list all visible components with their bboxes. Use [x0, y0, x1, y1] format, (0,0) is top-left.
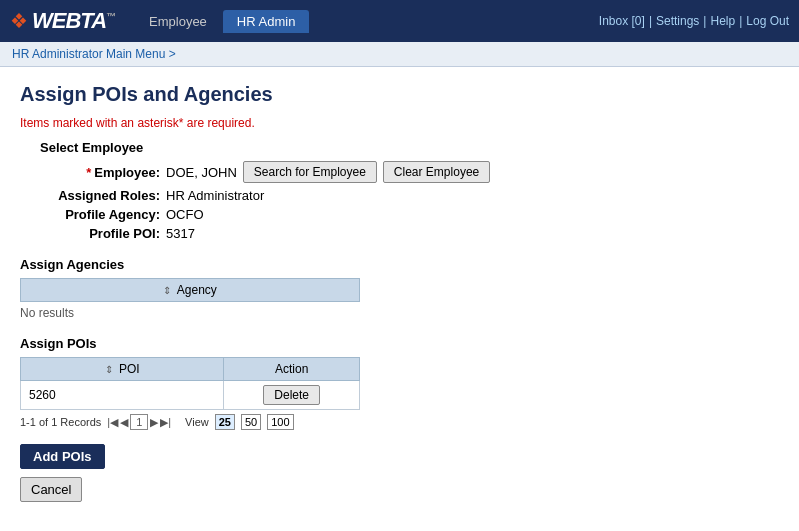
- action-column-header: Action: [224, 358, 360, 381]
- logout-link[interactable]: Log Out: [746, 14, 789, 28]
- breadcrumb-link[interactable]: HR Administrator Main Menu: [12, 47, 165, 61]
- profile-agency-value: OCFO: [166, 207, 204, 222]
- header: ❖ WEBTA™ Employee HR Admin Inbox [0] | S…: [0, 0, 799, 42]
- employee-label-text: Employee:: [94, 165, 160, 180]
- last-page-icon[interactable]: ▶|: [160, 416, 171, 429]
- profile-agency-label: Profile Agency:: [40, 207, 160, 222]
- logo-tm: ™: [106, 11, 115, 22]
- help-link[interactable]: Help: [710, 14, 735, 28]
- pagination-info: 1-1 of 1 Records: [20, 416, 101, 428]
- pipe3: |: [739, 14, 742, 28]
- settings-link[interactable]: Settings: [656, 14, 699, 28]
- logo-text: WEBTA™: [32, 8, 115, 34]
- prev-page-icon[interactable]: ◀: [120, 416, 128, 429]
- breadcrumb: HR Administrator Main Menu >: [0, 42, 799, 67]
- cancel-button[interactable]: Cancel: [20, 477, 82, 502]
- select-employee-section: Select Employee *Employee: DOE, JOHN Sea…: [40, 140, 779, 241]
- view-50[interactable]: 50: [241, 414, 261, 430]
- current-page[interactable]: 1: [130, 414, 148, 430]
- required-note-text: Items marked with an asterisk: [20, 116, 179, 130]
- agencies-no-results: No results: [20, 306, 779, 320]
- pipe2: |: [703, 14, 706, 28]
- required-note: Items marked with an asterisk* are requi…: [20, 116, 779, 130]
- poi-sort-icon: ⇕: [105, 364, 113, 375]
- search-for-employee-button[interactable]: Search for Employee: [243, 161, 377, 183]
- assigned-roles-row: Assigned Roles: HR Administrator: [40, 188, 779, 203]
- pagination-nav: |◀ ◀ 1 ▶ ▶|: [107, 414, 171, 430]
- action-buttons: Add POIs Cancel: [20, 444, 779, 502]
- agencies-table: ⇕ Agency: [20, 278, 360, 302]
- profile-poi-row: Profile POI: 5317: [40, 226, 779, 241]
- select-employee-title: Select Employee: [40, 140, 779, 155]
- profile-poi-value: 5317: [166, 226, 195, 241]
- poi-column-header[interactable]: ⇕ POI: [21, 358, 224, 381]
- poi-col-label: POI: [119, 362, 140, 376]
- pagination-row: 1-1 of 1 Records |◀ ◀ 1 ▶ ▶| View 25 50 …: [20, 414, 779, 430]
- assign-agencies-section: Assign Agencies ⇕ Agency No results: [20, 257, 779, 320]
- logo-area: ❖ WEBTA™ Employee HR Admin: [10, 8, 309, 34]
- nav-hradmin[interactable]: HR Admin: [223, 10, 310, 33]
- assign-agencies-title: Assign Agencies: [20, 257, 779, 272]
- pois-table: ⇕ POI Action 5260 Delete: [20, 357, 360, 410]
- logo-icon: ❖: [10, 9, 28, 33]
- assign-pois-title: Assign POIs: [20, 336, 779, 351]
- assigned-roles-value: HR Administrator: [166, 188, 264, 203]
- employee-required-star: *: [86, 165, 91, 180]
- first-page-icon[interactable]: |◀: [107, 416, 118, 429]
- nav-tabs: Employee HR Admin: [135, 10, 309, 33]
- clear-employee-button[interactable]: Clear Employee: [383, 161, 490, 183]
- main-content: Assign POIs and Agencies Items marked wi…: [0, 67, 799, 518]
- logo-name: WEBTA: [32, 8, 106, 33]
- employee-value: DOE, JOHN: [166, 165, 237, 180]
- assigned-roles-label: Assigned Roles:: [40, 188, 160, 203]
- inbox-link[interactable]: Inbox [0]: [599, 14, 645, 28]
- view-25[interactable]: 25: [215, 414, 235, 430]
- poi-cell: 5260: [21, 381, 224, 410]
- agency-sort-icon: ⇕: [163, 285, 171, 296]
- action-col-label: Action: [275, 362, 308, 376]
- breadcrumb-separator: >: [165, 47, 175, 61]
- add-pois-button[interactable]: Add POIs: [20, 444, 105, 469]
- assign-pois-section: Assign POIs ⇕ POI Action 5260 Dele: [20, 336, 779, 430]
- header-right: Inbox [0] | Settings | Help | Log Out: [599, 14, 789, 28]
- employee-row: *Employee: DOE, JOHN Search for Employee…: [40, 161, 779, 183]
- page-title: Assign POIs and Agencies: [20, 83, 779, 106]
- view-100[interactable]: 100: [267, 414, 293, 430]
- required-note-suffix: are required.: [183, 116, 254, 130]
- profile-agency-row: Profile Agency: OCFO: [40, 207, 779, 222]
- pipe1: |: [649, 14, 652, 28]
- action-cell: Delete: [224, 381, 360, 410]
- employee-label: *Employee:: [40, 165, 160, 180]
- delete-button[interactable]: Delete: [263, 385, 320, 405]
- next-page-icon[interactable]: ▶: [150, 416, 158, 429]
- table-row: 5260 Delete: [21, 381, 360, 410]
- agency-column-header[interactable]: ⇕ Agency: [21, 279, 360, 302]
- view-label: View: [185, 416, 209, 428]
- nav-employee[interactable]: Employee: [135, 10, 221, 33]
- profile-poi-label: Profile POI:: [40, 226, 160, 241]
- agency-col-label: Agency: [177, 283, 217, 297]
